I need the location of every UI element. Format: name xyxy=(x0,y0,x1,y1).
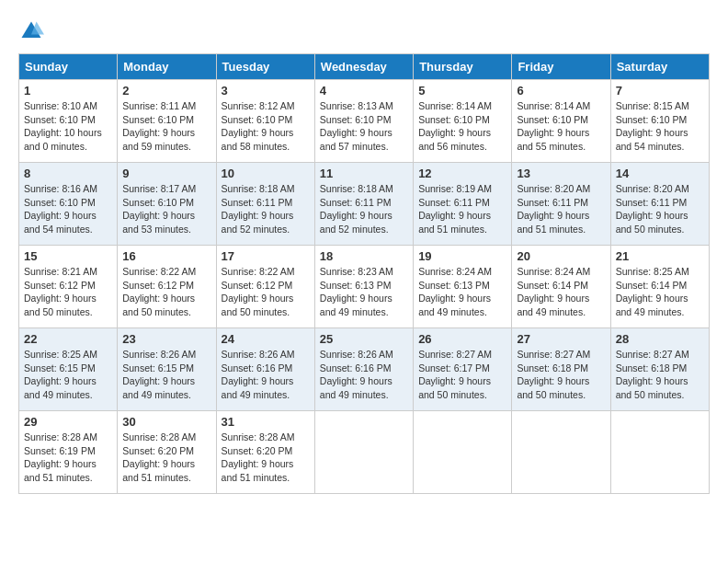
calendar-day-header: Sunday xyxy=(19,54,118,80)
day-number: 31 xyxy=(222,415,310,429)
calendar-cell: 26 Sunrise: 8:27 AMSunset: 6:17 PMDaylig… xyxy=(414,328,512,411)
day-number: 16 xyxy=(122,249,210,263)
day-info: Sunrise: 8:21 AMSunset: 6:12 PMDaylight:… xyxy=(24,265,112,319)
day-number: 12 xyxy=(418,167,506,180)
day-info: Sunrise: 8:22 AMSunset: 6:12 PMDaylight:… xyxy=(122,265,210,319)
calendar-cell xyxy=(610,411,709,494)
day-number: 18 xyxy=(320,249,408,263)
day-number: 15 xyxy=(24,249,112,263)
day-info: Sunrise: 8:27 AMSunset: 6:18 PMDaylight:… xyxy=(616,348,704,402)
day-info: Sunrise: 8:23 AMSunset: 6:13 PMDaylight:… xyxy=(320,265,408,319)
day-number: 10 xyxy=(222,167,310,180)
calendar-cell: 2 Sunrise: 8:11 AMSunset: 6:10 PMDayligh… xyxy=(118,80,216,163)
day-info: Sunrise: 8:10 AMSunset: 6:10 PMDaylight:… xyxy=(24,99,112,154)
day-info: Sunrise: 8:27 AMSunset: 6:18 PMDaylight:… xyxy=(517,348,605,402)
calendar-header-row: SundayMondayTuesdayWednesdayThursdayFrid… xyxy=(19,54,710,80)
calendar-day-header: Tuesday xyxy=(216,54,314,80)
day-info: Sunrise: 8:14 AMSunset: 6:10 PMDaylight:… xyxy=(517,99,605,154)
calendar-cell: 10 Sunrise: 8:18 AMSunset: 6:11 PMDaylig… xyxy=(216,163,314,246)
calendar-cell: 31 Sunrise: 8:28 AMSunset: 6:20 PMDaylig… xyxy=(216,411,314,494)
calendar-cell xyxy=(414,411,512,494)
day-number: 1 xyxy=(24,84,112,98)
calendar-day-header: Wednesday xyxy=(314,54,413,80)
calendar-cell: 17 Sunrise: 8:22 AMSunset: 6:12 PMDaylig… xyxy=(216,246,314,328)
calendar-cell: 28 Sunrise: 8:27 AMSunset: 6:18 PMDaylig… xyxy=(610,328,709,411)
calendar-cell: 18 Sunrise: 8:23 AMSunset: 6:13 PMDaylig… xyxy=(314,246,413,328)
day-number: 25 xyxy=(320,332,408,346)
day-info: Sunrise: 8:26 AMSunset: 6:15 PMDaylight:… xyxy=(122,348,210,402)
calendar-cell: 12 Sunrise: 8:19 AMSunset: 6:11 PMDaylig… xyxy=(414,163,512,246)
day-number: 9 xyxy=(122,167,210,180)
day-info: Sunrise: 8:24 AMSunset: 6:13 PMDaylight:… xyxy=(418,265,506,319)
calendar-cell: 22 Sunrise: 8:25 AMSunset: 6:15 PMDaylig… xyxy=(19,328,118,411)
day-info: Sunrise: 8:15 AMSunset: 6:10 PMDaylight:… xyxy=(616,99,704,154)
calendar-cell: 8 Sunrise: 8:16 AMSunset: 6:10 PMDayligh… xyxy=(19,163,118,246)
day-number: 28 xyxy=(616,332,704,346)
day-info: Sunrise: 8:20 AMSunset: 6:11 PMDaylight:… xyxy=(616,182,704,236)
day-info: Sunrise: 8:16 AMSunset: 6:10 PMDaylight:… xyxy=(24,182,112,236)
calendar-week-row: 22 Sunrise: 8:25 AMSunset: 6:15 PMDaylig… xyxy=(19,328,710,411)
calendar-cell: 5 Sunrise: 8:14 AMSunset: 6:10 PMDayligh… xyxy=(414,80,512,163)
calendar-cell: 21 Sunrise: 8:25 AMSunset: 6:14 PMDaylig… xyxy=(610,246,709,328)
day-info: Sunrise: 8:26 AMSunset: 6:16 PMDaylight:… xyxy=(320,348,408,402)
calendar-cell: 6 Sunrise: 8:14 AMSunset: 6:10 PMDayligh… xyxy=(512,80,610,163)
day-number: 3 xyxy=(222,84,310,98)
day-info: Sunrise: 8:17 AMSunset: 6:10 PMDaylight:… xyxy=(122,182,210,236)
calendar-cell: 7 Sunrise: 8:15 AMSunset: 6:10 PMDayligh… xyxy=(610,80,709,163)
day-number: 29 xyxy=(24,415,112,429)
day-info: Sunrise: 8:25 AMSunset: 6:15 PMDaylight:… xyxy=(24,348,112,402)
day-info: Sunrise: 8:18 AMSunset: 6:11 PMDaylight:… xyxy=(320,182,408,236)
day-number: 27 xyxy=(517,332,605,346)
calendar-cell: 30 Sunrise: 8:28 AMSunset: 6:20 PMDaylig… xyxy=(118,411,216,494)
day-info: Sunrise: 8:27 AMSunset: 6:17 PMDaylight:… xyxy=(418,348,506,402)
day-info: Sunrise: 8:11 AMSunset: 6:10 PMDaylight:… xyxy=(122,99,210,154)
day-info: Sunrise: 8:25 AMSunset: 6:14 PMDaylight:… xyxy=(616,265,704,319)
calendar-cell: 20 Sunrise: 8:24 AMSunset: 6:14 PMDaylig… xyxy=(512,246,610,328)
day-info: Sunrise: 8:20 AMSunset: 6:11 PMDaylight:… xyxy=(517,182,605,236)
calendar-cell: 29 Sunrise: 8:28 AMSunset: 6:19 PMDaylig… xyxy=(19,411,118,494)
day-number: 21 xyxy=(616,249,704,263)
day-info: Sunrise: 8:22 AMSunset: 6:12 PMDaylight:… xyxy=(222,265,310,319)
calendar-cell: 25 Sunrise: 8:26 AMSunset: 6:16 PMDaylig… xyxy=(314,328,413,411)
day-number: 30 xyxy=(122,415,210,429)
calendar-week-row: 1 Sunrise: 8:10 AMSunset: 6:10 PMDayligh… xyxy=(19,80,710,163)
day-info: Sunrise: 8:28 AMSunset: 6:20 PMDaylight:… xyxy=(222,431,310,485)
calendar-cell: 3 Sunrise: 8:12 AMSunset: 6:10 PMDayligh… xyxy=(216,80,314,163)
day-info: Sunrise: 8:28 AMSunset: 6:20 PMDaylight:… xyxy=(122,431,210,485)
page-header xyxy=(18,18,710,44)
day-number: 8 xyxy=(24,167,112,180)
day-number: 4 xyxy=(320,84,408,98)
calendar-cell: 4 Sunrise: 8:13 AMSunset: 6:10 PMDayligh… xyxy=(314,80,413,163)
calendar-week-row: 15 Sunrise: 8:21 AMSunset: 6:12 PMDaylig… xyxy=(19,246,710,328)
day-number: 19 xyxy=(418,249,506,263)
day-info: Sunrise: 8:26 AMSunset: 6:16 PMDaylight:… xyxy=(222,348,310,402)
day-number: 5 xyxy=(418,84,506,98)
day-number: 11 xyxy=(320,167,408,180)
day-number: 26 xyxy=(418,332,506,346)
calendar-cell: 27 Sunrise: 8:27 AMSunset: 6:18 PMDaylig… xyxy=(512,328,610,411)
calendar-cell: 13 Sunrise: 8:20 AMSunset: 6:11 PMDaylig… xyxy=(512,163,610,246)
day-number: 7 xyxy=(616,84,704,98)
day-number: 20 xyxy=(517,249,605,263)
day-number: 23 xyxy=(122,332,210,346)
calendar-cell: 24 Sunrise: 8:26 AMSunset: 6:16 PMDaylig… xyxy=(216,328,314,411)
day-number: 6 xyxy=(517,84,605,98)
day-number: 14 xyxy=(616,167,704,180)
calendar-cell: 14 Sunrise: 8:20 AMSunset: 6:11 PMDaylig… xyxy=(610,163,709,246)
day-info: Sunrise: 8:19 AMSunset: 6:11 PMDaylight:… xyxy=(418,182,506,236)
day-info: Sunrise: 8:13 AMSunset: 6:10 PMDaylight:… xyxy=(320,99,408,154)
calendar-week-row: 29 Sunrise: 8:28 AMSunset: 6:19 PMDaylig… xyxy=(19,411,710,494)
calendar-cell xyxy=(314,411,413,494)
calendar-day-header: Saturday xyxy=(610,54,709,80)
calendar-day-header: Monday xyxy=(118,54,216,80)
calendar-table: SundayMondayTuesdayWednesdayThursdayFrid… xyxy=(18,53,710,494)
calendar-cell: 19 Sunrise: 8:24 AMSunset: 6:13 PMDaylig… xyxy=(414,246,512,328)
calendar-cell: 23 Sunrise: 8:26 AMSunset: 6:15 PMDaylig… xyxy=(118,328,216,411)
day-number: 17 xyxy=(222,249,310,263)
day-info: Sunrise: 8:12 AMSunset: 6:10 PMDaylight:… xyxy=(222,99,310,154)
logo-icon xyxy=(18,18,44,44)
day-number: 13 xyxy=(517,167,605,180)
day-number: 2 xyxy=(122,84,210,98)
calendar-cell: 1 Sunrise: 8:10 AMSunset: 6:10 PMDayligh… xyxy=(19,80,118,163)
day-info: Sunrise: 8:28 AMSunset: 6:19 PMDaylight:… xyxy=(24,431,112,485)
